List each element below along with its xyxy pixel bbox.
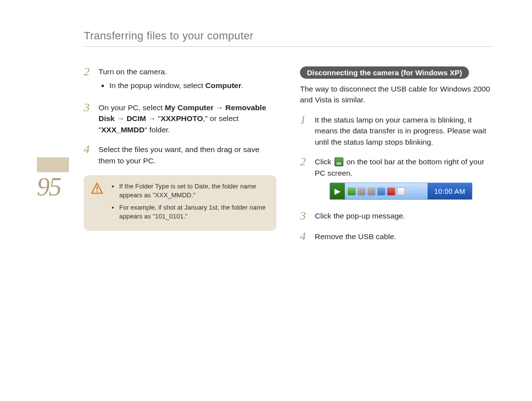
step-bullets: In the popup window, select Computer. (109, 80, 276, 91)
text: . (241, 81, 243, 90)
step-body: Select the files you want, and then drag… (99, 144, 276, 166)
svg-rect-1 (97, 186, 98, 190)
step-number: 3 (84, 101, 93, 113)
text: Click (315, 157, 333, 166)
left-column: 2 Turn on the camera. In the popup windo… (84, 66, 276, 252)
list-item: If the Folder Type is set to Date, the f… (119, 182, 267, 200)
step-text: Select the files you want, and then drag… (99, 145, 260, 164)
warning-icon (91, 182, 103, 195)
tray-icon (348, 187, 356, 195)
page-number-tab (37, 157, 69, 172)
tray-icon (367, 187, 375, 195)
bold-text: XXXPHOTO (161, 114, 203, 123)
step-text: Remove the USB cable. (315, 232, 396, 241)
start-button-icon: ▶ (330, 183, 345, 199)
step-number: 4 (84, 143, 93, 155)
step-body: On your PC, select My Computer → Removab… (99, 102, 276, 135)
step-body: Remove the USB cable. (315, 231, 493, 242)
text: " folder. (144, 125, 170, 134)
step-text: Click the pop-up message. (315, 212, 405, 220)
step-body: Click on the tool bar at the bottom righ… (315, 156, 493, 202)
step-number: 1 (300, 114, 309, 125)
step-text: It the status lamp on your camera is bli… (315, 116, 486, 146)
step-body: Turn on the camera. In the popup window,… (99, 66, 276, 93)
step-body: Click the pop-up message. (315, 211, 493, 221)
bold-text: My Computer (165, 103, 213, 112)
list-item: For example, if shot at January 1st, the… (119, 203, 267, 221)
step-number: 3 (300, 210, 309, 221)
text: In the popup window, select (109, 81, 205, 90)
text: On your PC, select (99, 103, 165, 112)
left-step-3: 3 On your PC, select My Computer → Remov… (84, 102, 276, 135)
section-intro: The way to disconnect the USB cable for … (300, 84, 493, 106)
taskbar-clock: 10:00 AM (428, 183, 472, 199)
right-step-4: 4 Remove the USB cable. (300, 231, 493, 243)
right-column: Disconnecting the camera (for Windows XP… (300, 66, 493, 252)
step-number: 2 (84, 65, 93, 77)
step-number: 2 (300, 155, 309, 167)
list-item: In the popup window, select Computer. (109, 80, 276, 91)
arrow-icon: → (146, 114, 158, 123)
note-box: If the Folder Type is set to Date, the f… (84, 175, 276, 231)
right-step-1: 1 It the status lamp on your camera is b… (300, 115, 493, 148)
arrow-icon: → (213, 103, 225, 112)
note-list: If the Folder Type is set to Date, the f… (119, 182, 267, 224)
manual-page: Transferring files to your computer 95 2… (0, 0, 532, 401)
section-heading-pill: Disconnecting the camera (for Windows XP… (300, 66, 469, 79)
tray-icon (377, 187, 385, 195)
content-columns: 2 Turn on the camera. In the popup windo… (84, 66, 493, 252)
tray-icon (397, 187, 405, 195)
bold-text: Computer (205, 81, 241, 90)
right-step-3: 3 Click the pop-up message. (300, 211, 493, 222)
step-number: 4 (300, 230, 309, 242)
arrow-icon: → (115, 114, 127, 123)
bold-text: DCIM (127, 114, 146, 123)
page-number-block: 95 (37, 157, 72, 200)
left-step-4: 4 Select the files you want, and then dr… (84, 144, 276, 166)
header-rule (84, 46, 493, 47)
bold-text: XXX_MMDD (101, 125, 145, 134)
safely-remove-hardware-icon (334, 157, 343, 166)
step-body: It the status lamp on your camera is bli… (315, 115, 493, 148)
page-number: 95 (37, 174, 72, 200)
step-text: Turn on the camera. (99, 67, 167, 76)
windows-taskbar-illustration: ▶ 10:00 AM (330, 183, 472, 200)
tray-icon (387, 187, 395, 195)
tray-icon (358, 187, 366, 195)
page-title: Transferring files to your computer (84, 30, 493, 42)
right-step-2: 2 Click on the tool bar at the bottom ri… (300, 156, 493, 202)
left-step-2: 2 Turn on the camera. In the popup windo… (84, 66, 276, 93)
svg-rect-2 (97, 191, 98, 192)
system-tray (345, 183, 428, 199)
